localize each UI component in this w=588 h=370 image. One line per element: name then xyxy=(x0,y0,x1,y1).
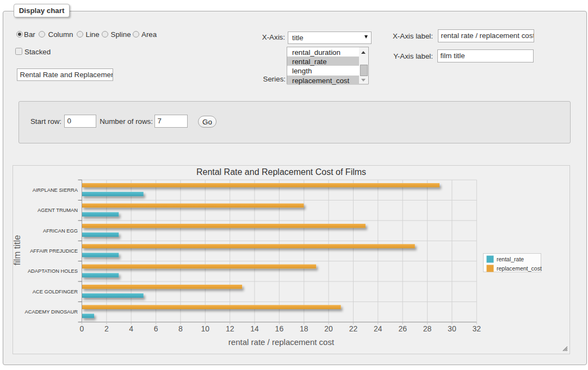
svg-text:8: 8 xyxy=(178,324,183,333)
svg-text:ACADEMY DINOSAUR: ACADEMY DINOSAUR xyxy=(25,309,78,315)
svg-text:12: 12 xyxy=(226,324,234,333)
svg-text:ACE GOLDFINGER: ACE GOLDFINGER xyxy=(33,289,78,294)
svg-text:6: 6 xyxy=(154,324,158,333)
svg-text:rental rate / replacement cost: rental rate / replacement cost xyxy=(228,337,335,347)
svg-text:14: 14 xyxy=(250,324,259,333)
svg-text:AGENT TRUMAN: AGENT TRUMAN xyxy=(38,208,78,213)
svg-text:26: 26 xyxy=(398,324,407,333)
svg-text:0: 0 xyxy=(80,324,84,333)
svg-text:20: 20 xyxy=(324,324,333,333)
svg-text:AFRICAN EGG: AFRICAN EGG xyxy=(43,228,78,234)
svg-text:Rental Rate and Replacement Co: Rental Rate and Replacement Cost of Film… xyxy=(196,167,366,177)
svg-text:16: 16 xyxy=(275,324,284,333)
svg-text:30: 30 xyxy=(448,324,456,333)
svg-text:2: 2 xyxy=(104,324,109,333)
svg-text:4: 4 xyxy=(129,324,133,333)
svg-text:replacement_cost: replacement_cost xyxy=(497,265,542,272)
svg-text:32: 32 xyxy=(473,324,481,333)
svg-text:22: 22 xyxy=(349,324,358,333)
svg-text:film title: film title xyxy=(13,235,22,266)
svg-text:AIRPLANE SIERRA: AIRPLANE SIERRA xyxy=(33,187,78,193)
svg-text:24: 24 xyxy=(374,324,382,333)
svg-text:ADAPTATION HOLES: ADAPTATION HOLES xyxy=(28,268,78,274)
svg-text:AFFAIR PREJUDICE: AFFAIR PREJUDICE xyxy=(30,248,78,254)
svg-text:18: 18 xyxy=(300,324,308,333)
svg-text:28: 28 xyxy=(423,324,432,333)
svg-text:rental_rate: rental_rate xyxy=(497,256,524,262)
svg-text:10: 10 xyxy=(201,324,210,333)
